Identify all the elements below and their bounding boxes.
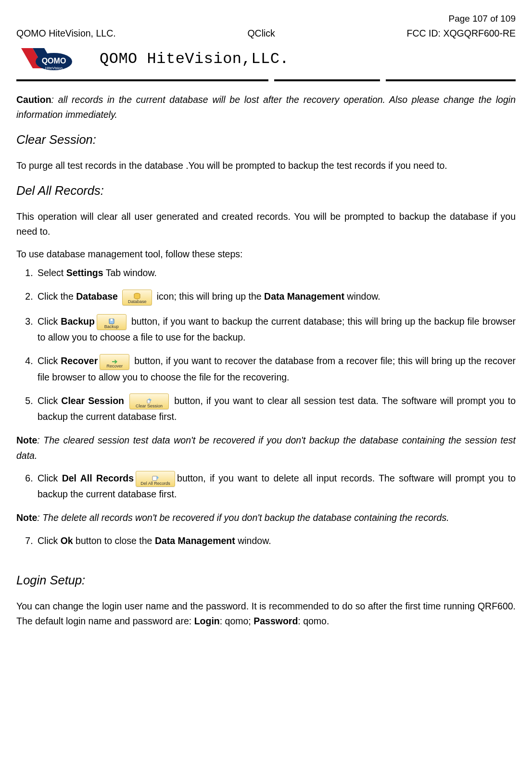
caution-paragraph: Caution: all records in the current data… [16,92,516,122]
step-7: Click Ok button to close the Data Manage… [36,533,516,548]
page-total: 109 [500,13,516,24]
note-1: Note: The cleared session test data won'… [16,433,516,463]
clear-session-body: To purge all test records in the databas… [16,158,516,173]
steps-list-3: Click Ok button to close the Data Manage… [36,533,516,548]
brand-row: QOMO HiteVision QOMO HiteVision,LLC. [16,44,516,74]
del-all-lead: To use database management tool, follow … [16,247,516,262]
header-divider [16,79,516,82]
page-of: of [488,13,500,24]
brand-text: QOMO HiteVision,LLC. [100,47,289,71]
svg-text:QOMO: QOMO [42,57,66,65]
del-all-title: Del All Records: [16,181,516,201]
step-2: Click the Database Database icon; this w… [36,289,516,305]
company-name: QOMO HiteVision, LLC. [16,26,116,41]
step-1: Select Settings Tab window. [36,266,516,280]
fcc-id: FCC ID: XQGQRF600-RE [407,26,516,41]
qomo-logo-icon: QOMO HiteVision [16,44,91,74]
steps-list: Select Settings Tab window. Click the Da… [36,266,516,424]
clear-session-title: Clear Session: [16,130,516,150]
page-info: Page 107 of 109 [449,12,516,26]
header-row-2: QOMO HiteVision, LLC. QClick FCC ID: XQG… [16,26,516,41]
login-setup-body: You can change the login user name and t… [16,599,516,629]
database-icon: Database [122,290,152,305]
product-name: QClick [247,26,275,41]
svg-rect-7 [152,476,157,481]
page-label: Page [449,13,473,24]
svg-text:HiteVision: HiteVision [45,66,63,70]
backup-icon: Backup [97,314,127,330]
clear-session-icon: Clear Session [129,393,169,409]
step-4: Click Recover Recover button, if you wan… [36,354,516,385]
caution-label: Caution [16,94,51,105]
del-all-intro: This operation will clear all user gener… [16,209,516,239]
recover-icon: Recover [100,354,129,370]
page-current: 107 [472,13,488,24]
del-all-records-icon: Del All Records [136,471,175,487]
note-2: Note: The delete all records won't be re… [16,510,516,525]
login-setup-title: Login Setup: [16,570,516,590]
header: Page 107 of 109 [16,12,516,26]
step-3: Click Backup Backup button, if you want … [36,314,516,345]
steps-list-2: Click Del All Records Del All Records bu… [36,471,516,502]
caution-text: : all records in the current database wi… [16,94,516,120]
svg-rect-5 [111,319,113,321]
step-5: Click Clear Session Clear Session button… [36,393,516,425]
step-6: Click Del All Records Del All Records bu… [36,471,516,502]
